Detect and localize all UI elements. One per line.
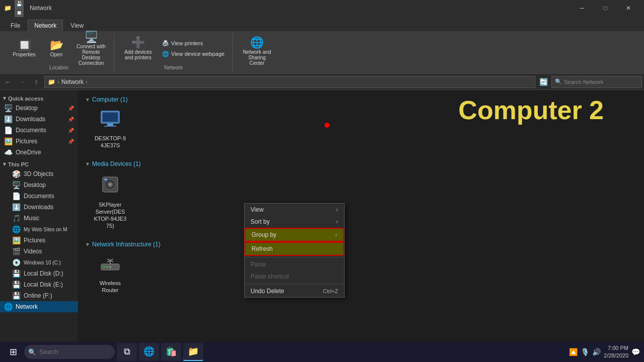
- open-button[interactable]: 📂 Open: [41, 34, 71, 63]
- sidebar-item-web-sites[interactable]: 🌐 My Web Sites on M: [8, 224, 78, 235]
- sidebar-item-online-f[interactable]: 💾 Online (F:): [8, 290, 78, 301]
- properties-label: Properties: [13, 52, 36, 57]
- maximize-button[interactable]: □: [594, 0, 617, 16]
- path-network: Network: [61, 78, 84, 85]
- sidebar-label-videos: Videos: [24, 248, 42, 255]
- ctx-group-arrow: ›: [335, 231, 337, 238]
- clock-time: 7:00 PM: [604, 344, 628, 352]
- view-device-webpage-button[interactable]: 🌐 View device webpage: [159, 49, 227, 59]
- ctx-view[interactable]: View ›: [245, 204, 344, 216]
- sidebar-label-3d-objects: 3D Objects: [24, 170, 53, 177]
- view-device-label: View device webpage: [171, 51, 224, 57]
- taskbar-edge[interactable]: 🌐: [139, 343, 159, 361]
- computers-section-title: Computer (1): [92, 96, 128, 103]
- ctx-view-label: View: [251, 206, 264, 213]
- list-item-wireless-router[interactable]: WirelessRouter: [90, 252, 130, 297]
- network-sharing-icon: 🌐: [250, 37, 264, 48]
- sidebar-label-online-f: Online (F:): [24, 292, 52, 299]
- sidebar-item-local-e[interactable]: 💾 Local Disk (E:): [8, 279, 78, 290]
- section-header-computers: ▾ Computer (1): [86, 96, 636, 103]
- notification-icon[interactable]: 💬: [631, 348, 640, 356]
- properties-icon: 🔲: [18, 40, 31, 51]
- speaker-icon: [100, 174, 120, 199]
- close-button[interactable]: ✕: [617, 0, 640, 16]
- router-icon: [99, 255, 121, 278]
- ctx-refresh[interactable]: Refresh: [245, 242, 344, 256]
- infra-section: WirelessRouter: [86, 252, 636, 297]
- quick-access-properties[interactable]: 🔲: [15, 8, 24, 17]
- refresh-button[interactable]: 🔄: [537, 76, 549, 88]
- this-pc-header: ▾ This PC: [0, 158, 78, 168]
- start-button[interactable]: ⊞: [4, 343, 22, 361]
- sidebar-item-local-d[interactable]: 💾 Local Disk (D:): [8, 268, 78, 279]
- 5kplayer-name: 5KPlayerServer(DESKTOP-94JE375): [94, 201, 127, 230]
- sidebar-item-downloads-top[interactable]: ⬇️ Downloads 📌: [0, 114, 78, 125]
- window-icon: 📁: [4, 5, 12, 12]
- ctx-sep2: [245, 284, 344, 284]
- sidebar-item-3d-objects[interactable]: 🎲 3D Objects: [8, 168, 78, 179]
- sidebar-label-onedrive: OneDrive: [16, 149, 41, 156]
- connect-remote-icon: 🖥️: [85, 32, 98, 43]
- sidebar-item-desktop2[interactable]: 🖥️ Desktop: [8, 179, 78, 191]
- sidebar-item-music[interactable]: 🎵 Music: [8, 213, 78, 224]
- list-item-desktop9[interactable]: DESKTOP-94JE37S: [90, 107, 130, 152]
- sidebar-item-downloads2[interactable]: ⬇️ Downloads: [8, 202, 78, 213]
- pictures2-icon: 🖼️: [12, 236, 21, 244]
- tab-view[interactable]: View: [64, 20, 90, 31]
- sidebar-item-videos[interactable]: 🎬 Videos: [8, 246, 78, 257]
- svg-rect-8: [104, 178, 107, 180]
- tab-network[interactable]: Network: [28, 20, 63, 31]
- taskbar-task-view[interactable]: ⧉: [117, 343, 137, 361]
- systray-volume[interactable]: 🔊: [592, 348, 601, 356]
- taskbar-explorer[interactable]: 📁: [183, 343, 203, 361]
- ribbon: File Network View 🔲 Properties 📂 Open 🖥️…: [0, 16, 644, 74]
- ctx-refresh-label: Refresh: [252, 245, 273, 252]
- taskbar-store[interactable]: 🛍️: [161, 343, 181, 361]
- sidebar-item-desktop[interactable]: 🖥️ Desktop 📌: [0, 103, 78, 114]
- forward-button[interactable]: →: [16, 76, 28, 88]
- sidebar-item-pictures2[interactable]: 🖼️ Pictures: [8, 235, 78, 246]
- sidebar-label-documents: Documents: [16, 127, 46, 134]
- add-devices-button[interactable]: ➕ Add devices and printers: [119, 34, 157, 63]
- ctx-undo-delete[interactable]: Undo Delete Ctrl+Z: [245, 285, 344, 297]
- pictures-icon: 🖼️: [4, 137, 13, 145]
- ctx-sort-by[interactable]: Sort by ›: [245, 216, 344, 228]
- sidebar-label-local-d: Local Disk (D:): [24, 270, 63, 277]
- quick-access-chevron: ▾: [3, 95, 6, 102]
- properties-button[interactable]: 🔲 Properties: [9, 34, 39, 63]
- sidebar-item-pictures[interactable]: 🖼️ Pictures 📌: [0, 136, 78, 147]
- 3d-objects-icon: 🎲: [12, 170, 21, 178]
- connect-remote-button[interactable]: 🖥️ Connect with Remote Desktop Connectio…: [73, 34, 109, 63]
- infra-chevron: ▾: [86, 241, 89, 248]
- sidebar-item-windows10[interactable]: 💿 Windows 10 (C:): [8, 257, 78, 268]
- view-printers-button[interactable]: 🖨️ View printers: [159, 39, 227, 48]
- ctx-paste: Paste: [245, 258, 344, 270]
- sidebar-item-documents2[interactable]: 📄 Documents: [8, 191, 78, 202]
- sidebar-item-network[interactable]: 🌐 Network: [0, 301, 78, 312]
- list-item-5kplayer[interactable]: 5KPlayerServer(DESKTOP-94JE375): [90, 171, 130, 233]
- documents2-icon: 📄: [12, 192, 21, 200]
- sidebar-item-documents[interactable]: 📄 Documents 📌: [0, 125, 78, 136]
- up-button[interactable]: ↑: [30, 76, 42, 88]
- tab-file[interactable]: File: [4, 20, 27, 31]
- systray-mic[interactable]: 🎙️: [581, 348, 589, 356]
- downloads-top-icon: ⬇️: [4, 115, 13, 123]
- sidebar-label-web-sites: My Web Sites on M: [24, 227, 67, 232]
- title-bar-left: 📁 💾 🔲 Network: [4, 0, 52, 17]
- address-path[interactable]: 📁 › Network ›: [44, 76, 535, 88]
- sidebar-label-network: Network: [16, 303, 38, 310]
- pin-icon2: 📌: [68, 117, 74, 122]
- system-clock[interactable]: 7:00 PM 2/28/2020: [604, 344, 628, 360]
- systray-chevron[interactable]: 🔼: [569, 348, 578, 356]
- back-button[interactable]: ←: [2, 76, 14, 88]
- sidebar: ▾ Quick access 🖥️ Desktop 📌 ⬇️ Downloads…: [0, 90, 78, 348]
- section-header-media: ▾ Media Devices (1): [86, 160, 636, 167]
- taskbar-search-wrapper: 🔍: [24, 345, 115, 359]
- network-sharing-button[interactable]: 🌐 Network and Sharing Center: [238, 37, 276, 66]
- ctx-group-by[interactable]: Group by ›: [245, 228, 344, 242]
- sidebar-item-onedrive[interactable]: ☁️ OneDrive: [0, 147, 78, 158]
- ribbon-group-sharing-items: 🌐 Network and Sharing Center: [238, 33, 276, 69]
- quick-access-save[interactable]: 💾: [15, 0, 24, 8]
- minimize-button[interactable]: ─: [571, 0, 594, 16]
- taskbar-search-input[interactable]: [24, 345, 115, 359]
